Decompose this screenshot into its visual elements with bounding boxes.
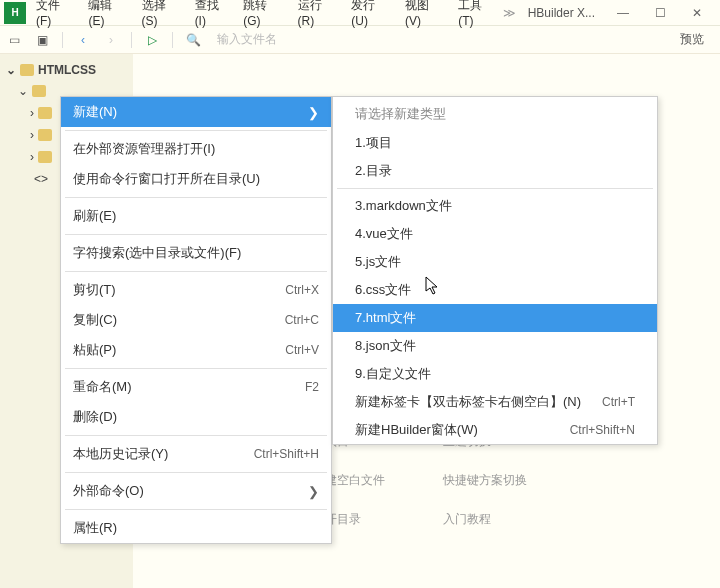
ctx-item[interactable]: 重命名(M)F2 <box>61 372 331 402</box>
context-menu: 新建(N)❯在外部资源管理器打开(I)使用命令行窗口打开所在目录(U)刷新(E)… <box>60 96 332 544</box>
window-controls: — ☐ ✕ <box>607 4 720 22</box>
link-tutorial[interactable]: 入门教程 <box>443 511 593 528</box>
link-keymap[interactable]: 快捷键方案切换 <box>443 472 593 489</box>
open-folder-icon[interactable]: ▣ <box>34 32 50 48</box>
submenu-item[interactable]: 2.目录 <box>333 157 657 185</box>
menu-publish[interactable]: 发行(U) <box>345 0 397 32</box>
ctx-item[interactable]: 外部命令(O)❯ <box>61 476 331 506</box>
ctx-item[interactable]: 新建(N)❯ <box>61 97 331 127</box>
forward-icon[interactable]: › <box>103 32 119 48</box>
chevron-right-icon: › <box>30 106 34 120</box>
link-new-blank[interactable]: 新建空白文件 <box>313 472 443 489</box>
menu-file[interactable]: 文件(F) <box>30 0 80 32</box>
chevron-right-icon: › <box>30 128 34 142</box>
ctx-item[interactable]: 使用命令行窗口打开所在目录(U) <box>61 164 331 194</box>
ctx-item[interactable]: 删除(D) <box>61 402 331 432</box>
submenu-item[interactable]: 新建HBuilder窗体(W)Ctrl+Shift+N <box>333 416 657 444</box>
cursor-icon <box>425 276 441 296</box>
welcome-links: 建项目 主题切换 新建空白文件 快捷键方案切换 打开目录 入门教程 <box>313 433 593 528</box>
menu-edit[interactable]: 编辑(E) <box>82 0 133 32</box>
folder-icon <box>38 129 52 141</box>
titlebar: H 文件(F) 编辑(E) 选择(S) 查找(I) 跳转(G) 运行(R) 发行… <box>0 0 720 26</box>
chevron-down-icon: ⌄ <box>18 84 28 98</box>
app-title: HBuilder X... <box>516 6 607 20</box>
ctx-item[interactable]: 本地历史记录(Y)Ctrl+Shift+H <box>61 439 331 469</box>
project-root[interactable]: ⌄ HTMLCSS <box>0 60 133 80</box>
run-icon[interactable]: ▷ <box>144 32 160 48</box>
ctx-item[interactable]: 属性(R) <box>61 513 331 543</box>
menu-overflow-icon[interactable]: ≫ <box>503 6 516 20</box>
new-file-icon[interactable]: ▭ <box>6 32 22 48</box>
submenu-item[interactable]: 6.css文件 <box>333 276 657 304</box>
code-file-icon: <> <box>34 172 48 186</box>
ctx-item[interactable]: 在外部资源管理器打开(I) <box>61 134 331 164</box>
submenu-header: 请选择新建类型 <box>333 97 657 129</box>
menu-select[interactable]: 选择(S) <box>136 0 187 32</box>
maximize-button[interactable]: ☐ <box>645 4 676 22</box>
chevron-down-icon: ⌄ <box>6 63 16 77</box>
submenu-item[interactable]: 新建标签卡【双击标签卡右侧空白】(N)Ctrl+T <box>333 388 657 416</box>
search-input[interactable]: 输入文件名 <box>213 31 277 48</box>
submenu-item[interactable]: 9.自定义文件 <box>333 360 657 388</box>
ctx-item[interactable]: 粘贴(P)Ctrl+V <box>61 335 331 365</box>
project-root-label: HTMLCSS <box>38 63 96 77</box>
ctx-item[interactable]: 剪切(T)Ctrl+X <box>61 275 331 305</box>
folder-icon <box>20 64 34 76</box>
ctx-item[interactable]: 字符搜索(选中目录或文件)(F) <box>61 238 331 268</box>
link-open-dir[interactable]: 打开目录 <box>313 511 443 528</box>
folder-icon <box>38 107 52 119</box>
menu-run[interactable]: 运行(R) <box>292 0 344 32</box>
menubar: 文件(F) 编辑(E) 选择(S) 查找(I) 跳转(G) 运行(R) 发行(U… <box>30 0 503 32</box>
submenu-item[interactable]: 8.json文件 <box>333 332 657 360</box>
menu-find[interactable]: 查找(I) <box>189 0 236 32</box>
minimize-button[interactable]: — <box>607 4 639 22</box>
preview-button[interactable]: 预览 <box>670 29 714 50</box>
ctx-item[interactable]: 刷新(E) <box>61 201 331 231</box>
new-submenu: 请选择新建类型1.项目2.目录3.markdown文件4.vue文件5.js文件… <box>332 96 658 445</box>
menu-goto[interactable]: 跳转(G) <box>237 0 289 32</box>
submenu-item[interactable]: 7.html文件 <box>333 304 657 332</box>
submenu-item[interactable]: 4.vue文件 <box>333 220 657 248</box>
submenu-item[interactable]: 1.项目 <box>333 129 657 157</box>
ctx-item[interactable]: 复制(C)Ctrl+C <box>61 305 331 335</box>
menu-tools[interactable]: 工具(T) <box>452 0 502 32</box>
search-icon[interactable]: 🔍 <box>185 32 201 48</box>
submenu-item[interactable]: 5.js文件 <box>333 248 657 276</box>
back-icon[interactable]: ‹ <box>75 32 91 48</box>
app-logo: H <box>4 2 26 24</box>
folder-icon <box>38 151 52 163</box>
chevron-right-icon: › <box>30 150 34 164</box>
submenu-item[interactable]: 3.markdown文件 <box>333 192 657 220</box>
folder-icon <box>32 85 46 97</box>
close-button[interactable]: ✕ <box>682 4 712 22</box>
menu-view[interactable]: 视图(V) <box>399 0 450 32</box>
